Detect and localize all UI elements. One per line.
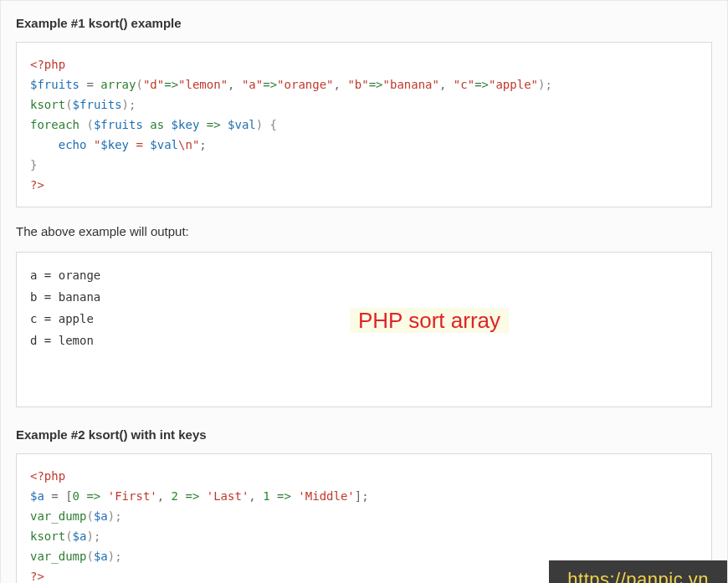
example2-suffix: with int keys: [127, 427, 206, 442]
code-var: $fruits: [30, 78, 79, 91]
code-arrow: =>: [369, 78, 383, 91]
code-var: $fruits: [73, 98, 122, 111]
code-arrow: =>: [474, 78, 489, 91]
example1-suffix: example: [127, 16, 181, 30]
code-brace: }: [30, 158, 37, 171]
code-var: $fruits: [94, 118, 143, 131]
php-open-tag: <?php: [30, 469, 65, 483]
code-paren: (: [65, 98, 72, 111]
code-arrow: =>: [164, 78, 178, 91]
code-arrow: =>: [199, 118, 228, 131]
code-str: 'Middle': [298, 489, 354, 503]
code-fn: ksort: [30, 98, 65, 111]
code-comma: ,: [228, 78, 242, 91]
code-num: 1: [263, 489, 269, 503]
code-arrow: =>: [263, 78, 277, 91]
code-str: "orange": [277, 78, 333, 91]
code-paren: (: [136, 78, 142, 91]
code-paren: (: [65, 529, 72, 543]
code-fn: var_dump: [30, 509, 86, 523]
code-str: "apple": [489, 78, 538, 91]
annotation-label: PHP sort array: [350, 308, 509, 333]
code-str: "lemon": [178, 78, 228, 91]
code-fn: var_dump: [30, 550, 86, 563]
code-semi: ;: [199, 138, 206, 151]
code-var: $a: [73, 529, 87, 543]
code-str: "d": [143, 78, 164, 91]
code-var: $val: [150, 138, 178, 151]
code-paren: );: [108, 509, 122, 523]
code-var: $a: [94, 509, 108, 523]
code-escape: \n: [178, 138, 192, 151]
example1-heading: Example #1 ksort() example: [16, 16, 712, 30]
code-str: "banana": [383, 78, 439, 91]
code-str: "b": [347, 78, 368, 91]
code-keyword: as: [143, 118, 172, 131]
code-paren: (: [86, 550, 93, 563]
code-paren: );: [122, 98, 136, 111]
code-paren: ) {: [256, 118, 277, 131]
code-op: = [: [44, 489, 73, 503]
output-line: c = apple: [30, 312, 94, 325]
example1-prefix: Example #1: [16, 16, 89, 30]
code-comma: ,: [334, 78, 348, 91]
code-str: 'First': [108, 489, 157, 503]
code-var: $val: [228, 118, 256, 131]
example2-func: ksort(): [89, 427, 128, 442]
code-str: "c": [454, 78, 474, 91]
code-str: 'Last': [207, 489, 249, 503]
code-echo: echo: [59, 138, 87, 151]
document-page: Example #1 ksort() example <?php $fruits…: [0, 0, 728, 583]
code-arrow: =>: [79, 489, 108, 503]
code-paren: );: [108, 550, 122, 563]
code-paren: (: [79, 118, 94, 131]
example2-prefix: Example #2: [16, 427, 89, 442]
code-comma: ,: [249, 489, 263, 503]
example1-output: a = orange b = banana c = apple d = lemo…: [16, 252, 712, 407]
code-num: 0: [73, 489, 79, 503]
code-paren: );: [86, 529, 100, 543]
watermark: https://panpic.vn: [549, 560, 727, 583]
code-var: $key: [100, 138, 129, 151]
php-close-tag: ?>: [30, 178, 44, 192]
code-var: $a: [30, 489, 44, 503]
code-end: ];: [355, 489, 369, 503]
output-line: b = banana: [30, 290, 100, 304]
code-fn: ksort: [30, 529, 65, 543]
code-num: 2: [172, 489, 178, 503]
code-keyword: foreach: [30, 118, 79, 131]
code-comma: ,: [439, 78, 454, 91]
code-paren: );: [538, 78, 552, 91]
output-line: a = orange: [30, 268, 100, 282]
php-open-tag: <?php: [30, 58, 65, 71]
code-var: $key: [172, 118, 200, 131]
code-paren: (: [86, 509, 93, 523]
php-close-tag: ?>: [30, 570, 44, 583]
code-var: $a: [94, 550, 108, 563]
code-arrow: =>: [178, 489, 207, 503]
output-line: d = lemon: [30, 334, 94, 347]
output-note: The above example will output:: [16, 224, 712, 238]
code-str: =: [129, 138, 150, 151]
code-arrow: =>: [270, 489, 299, 503]
code-fn: array: [100, 78, 136, 91]
code-comma: ,: [157, 489, 172, 503]
code-str: "a": [242, 78, 263, 91]
example2-heading: Example #2 ksort() with int keys: [16, 427, 712, 442]
example1-func: ksort(): [89, 16, 128, 30]
code-op: =: [79, 78, 100, 91]
code-space: [86, 138, 93, 151]
example1-code: <?php $fruits = array("d"=>"lemon", "a"=…: [16, 42, 712, 207]
code-indent: [30, 138, 59, 151]
